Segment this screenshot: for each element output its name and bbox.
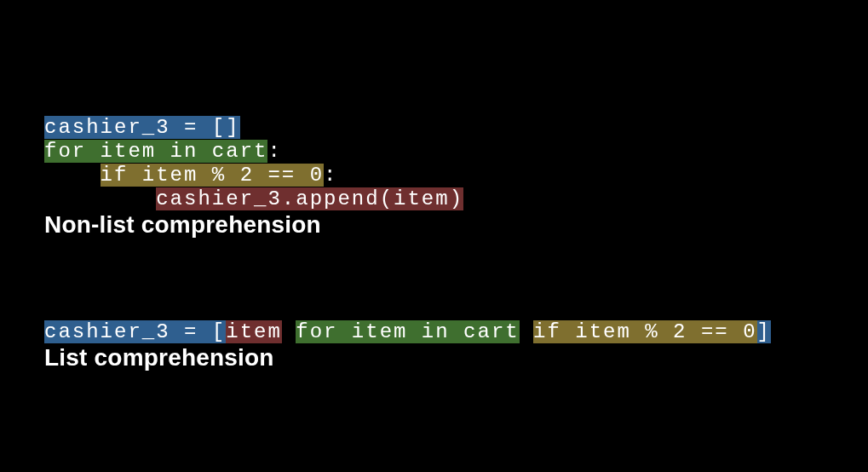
space <box>520 320 533 343</box>
code-line-1: cashier_3 = [] <box>44 116 240 139</box>
indent <box>44 164 101 187</box>
code-line-3: if item % 2 == 0: <box>44 164 337 187</box>
code-line-2: for item in cart: <box>44 140 282 163</box>
space <box>282 320 296 343</box>
slide: cashier_3 = [] for item in cart: if item… <box>0 0 868 472</box>
code-block-nonlist: cashier_3 = [] for item in cart: if item… <box>44 92 463 211</box>
assign-segment: cashier_3 = [] <box>44 116 240 139</box>
expr-segment: item <box>226 320 282 343</box>
colon: : <box>324 164 337 187</box>
code-line-4: cashier_3.append(item) <box>44 187 463 210</box>
caption-nonlist: Non-list comprehension <box>44 211 321 239</box>
if-clause-segment: if item % 2 == 0 <box>533 320 756 343</box>
code-line-1: cashier_3 = [item for item in cart if it… <box>44 320 771 343</box>
assign-open-segment: cashier_3 = [ <box>44 320 226 343</box>
caption-listcomp: List comprehension <box>44 344 274 371</box>
indent <box>44 187 156 210</box>
for-clause-segment: for item in cart <box>296 320 519 343</box>
close-bracket-segment: ] <box>757 320 771 343</box>
code-block-listcomp: cashier_3 = [item for item in cart if it… <box>44 296 771 344</box>
body-segment: cashier_3.append(item) <box>156 187 463 210</box>
colon: : <box>267 140 281 163</box>
for-clause-segment: for item in cart <box>44 140 267 163</box>
if-clause-segment: if item % 2 == 0 <box>101 164 324 187</box>
